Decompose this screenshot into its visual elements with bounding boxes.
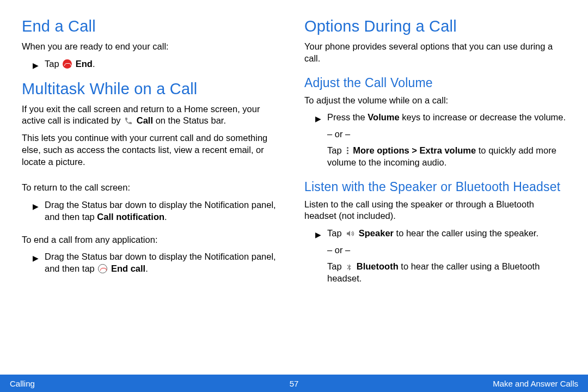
- step-return-call: ▶ Drag the Status bar down to display th…: [22, 199, 284, 223]
- footer-chapter: Calling: [10, 379, 35, 388]
- subheading-speaker-bluetooth: Listen with the Speaker or Bluetooth Hea…: [304, 180, 566, 194]
- step-text: Tap: [45, 59, 62, 69]
- manual-page: End a Call When you are ready to end you…: [0, 0, 588, 392]
- end-label: End: [76, 59, 93, 69]
- call-notification-label: Call notification: [97, 212, 164, 222]
- text-adjust-volume: To adjust the volume while on a call:: [304, 95, 566, 107]
- bluetooth-label: Bluetooth: [357, 261, 399, 271]
- or-separator: – or –: [327, 245, 566, 255]
- step-arrow-icon: ▶: [33, 252, 39, 264]
- text-fragment: to hear the caller using the speaker.: [394, 228, 538, 238]
- step-bluetooth: Tap Bluetooth to hear the caller using a…: [304, 261, 566, 285]
- end-call-red-icon: [63, 59, 72, 69]
- call-label: Call: [137, 115, 153, 125]
- text-fragment: Drag the Status bar down to display the …: [45, 252, 276, 273]
- step-tap-end: ▶ Tap End.: [22, 58, 284, 70]
- content-columns: End a Call When you are ready to end you…: [0, 0, 588, 375]
- more-options-label: More options > Extra volume: [353, 145, 476, 155]
- text-fragment: Tap: [327, 228, 344, 238]
- text-intro-end: When you are ready to end your call:: [22, 41, 284, 53]
- text-fragment: keys to increase or decrease the volume.: [400, 112, 566, 122]
- page-footer: Calling 57 Make and Answer Calls: [0, 375, 588, 392]
- step-volume-keys: ▶ Press the Volume keys to increase or d…: [304, 112, 566, 124]
- heading-options-during-call: Options During a Call: [304, 17, 566, 35]
- end-call-outline-icon: [98, 264, 107, 273]
- step-arrow-icon: ▶: [33, 200, 39, 212]
- speaker-icon: [345, 229, 355, 238]
- footer-page-number: 57: [290, 379, 299, 388]
- more-options-icon: [345, 146, 351, 155]
- text-return-call: To return to the call screen:: [22, 182, 284, 194]
- text-speaker-intro: Listen to the call using the speaker or …: [304, 199, 566, 223]
- speaker-label: Speaker: [359, 228, 394, 238]
- phone-handset-icon: [124, 117, 133, 125]
- or-separator: – or –: [327, 129, 566, 139]
- text-multitask-2: This lets you continue with your current…: [22, 132, 284, 168]
- step-end-from-app: ▶ Drag the Status bar down to display th…: [22, 251, 284, 275]
- step-arrow-icon: ▶: [315, 229, 321, 241]
- footer-section: Make and Answer Calls: [493, 379, 578, 388]
- end-call-label: End call: [111, 264, 145, 273]
- text-fragment: Press the: [327, 112, 367, 122]
- text-fragment: on the Status bar.: [153, 115, 226, 125]
- step-arrow-icon: ▶: [315, 113, 321, 125]
- heading-multitask: Multitask While on a Call: [22, 80, 284, 98]
- left-column: End a Call When you are ready to end you…: [22, 17, 284, 369]
- step-extra-volume: Tap More options > Extra volume to quick…: [304, 145, 566, 169]
- text-fragment: Tap: [327, 145, 344, 155]
- step-speaker: ▶ Tap Speaker to hear the caller using t…: [304, 228, 566, 240]
- subheading-adjust-volume: Adjust the Call Volume: [304, 76, 566, 90]
- text-multitask-1: If you exit the call screen and return t…: [22, 103, 284, 127]
- text-fragment: Tap: [327, 261, 344, 271]
- step-arrow-icon: ▶: [33, 59, 39, 71]
- text-end-from-app: To end a call from any application:: [22, 234, 284, 246]
- bluetooth-icon: [345, 262, 353, 272]
- right-column: Options During a Call Your phone provide…: [304, 17, 566, 369]
- volume-label: Volume: [367, 112, 399, 122]
- text-options-intro: Your phone provides several options that…: [304, 41, 566, 65]
- heading-end-a-call: End a Call: [22, 17, 284, 35]
